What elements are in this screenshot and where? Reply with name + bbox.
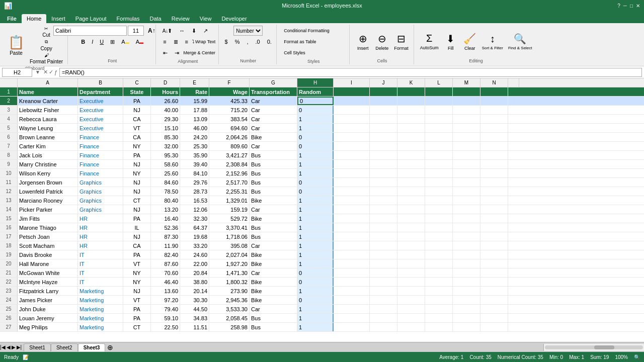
cell-transport[interactable]: Bike	[250, 133, 297, 141]
cell-l[interactable]	[425, 287, 453, 295]
cell-name[interactable]: John Duke	[18, 305, 78, 313]
cell-l[interactable]	[425, 278, 453, 286]
cell-rate[interactable]: 35.90	[180, 151, 209, 159]
cell-random[interactable]: 1	[297, 160, 334, 168]
cell-rate[interactable]: 25.30	[180, 142, 209, 150]
cell-hours[interactable]: 59.10	[151, 314, 180, 322]
cell-hours[interactable]: 80.40	[151, 196, 180, 205]
cell-wage[interactable]: 3,533.30	[209, 305, 250, 313]
cell-dept[interactable]: Marketing	[78, 314, 123, 322]
cell-dept[interactable]: Finance	[78, 160, 123, 168]
cell-dept[interactable]: Finance	[78, 133, 123, 141]
cell-name[interactable]: Marry Christine	[18, 160, 78, 168]
col-header-a[interactable]: A	[18, 78, 78, 87]
cell-l[interactable]	[425, 169, 453, 177]
cell-n[interactable]	[480, 178, 508, 187]
col-header-c[interactable]: C	[123, 78, 151, 87]
cell-j[interactable]	[370, 241, 397, 250]
cell-dept[interactable]: IT	[78, 268, 123, 277]
cell-n[interactable]	[480, 268, 508, 277]
cell-hours[interactable]: 40.00	[151, 106, 180, 114]
col-header-p[interactable]	[508, 78, 519, 87]
cell-j[interactable]	[370, 287, 397, 295]
cell-m[interactable]	[453, 142, 480, 150]
cell-m[interactable]	[453, 115, 480, 123]
insert-button[interactable]: ⊕ Insert	[354, 32, 372, 52]
cell-wage[interactable]: 3,370.41	[209, 223, 250, 232]
cell-k[interactable]	[397, 196, 425, 205]
cell-hours[interactable]: 32.00	[151, 142, 180, 150]
cell-random[interactable]: 1	[297, 151, 334, 159]
cell-n[interactable]	[480, 97, 508, 105]
cell-i[interactable]	[334, 160, 370, 168]
cell-rate[interactable]: 84.10	[180, 169, 209, 177]
cell-hours[interactable]: 95.30	[151, 151, 180, 159]
cell-j[interactable]	[370, 97, 397, 105]
cell-name[interactable]: Wayne Leung	[18, 124, 78, 132]
cell-random[interactable]: 0	[297, 278, 334, 286]
header-i[interactable]	[334, 87, 370, 96]
cell-n[interactable]	[480, 314, 508, 322]
font-grow-button[interactable]: A↑	[145, 26, 158, 36]
cell-transport[interactable]: Bike	[250, 287, 297, 295]
cell-n[interactable]	[480, 214, 508, 223]
cell-k[interactable]	[397, 259, 425, 268]
cell-i[interactable]	[334, 250, 370, 259]
cell-dept[interactable]: Graphics	[78, 178, 123, 187]
cell-m[interactable]	[453, 187, 480, 196]
cell-k[interactable]	[397, 106, 425, 114]
cell-state[interactable]: PA	[123, 305, 151, 313]
cell-l[interactable]	[425, 214, 453, 223]
cell-wage[interactable]: 3,421.27	[209, 151, 250, 159]
sheet-tab-3[interactable]: Sheet3	[78, 343, 106, 351]
cell-state[interactable]: NY	[123, 169, 151, 177]
cell-n[interactable]	[480, 151, 508, 159]
cell-hours[interactable]: 13.20	[151, 205, 180, 214]
decimal-increase-button[interactable]: 0.	[264, 37, 275, 47]
cell-rate[interactable]: 38.80	[180, 278, 209, 286]
cell-l[interactable]	[425, 115, 453, 123]
cell-state[interactable]: NY	[123, 142, 151, 150]
cell-transport[interactable]: Bike	[250, 278, 297, 286]
cell-hours[interactable]: 78.50	[151, 187, 180, 196]
cell-i[interactable]	[334, 205, 370, 214]
align-right-button[interactable]: ≡	[182, 37, 191, 47]
cell-k[interactable]	[397, 178, 425, 187]
cell-hours[interactable]: 84.60	[151, 178, 180, 187]
insert-function-icon[interactable]: ƒ	[54, 69, 57, 75]
cell-name[interactable]: Marciano Rooney	[18, 196, 78, 205]
wrap-text-button[interactable]: ⤵ Wrap Text	[192, 39, 215, 44]
cell-j[interactable]	[370, 187, 397, 196]
cell-transport[interactable]: Bus	[250, 232, 297, 241]
cell-name[interactable]: Louan Jeremy	[18, 314, 78, 322]
cell-wage[interactable]: 1,718.06	[209, 232, 250, 241]
col-header-n[interactable]: N	[480, 78, 508, 87]
cell-m[interactable]	[453, 296, 480, 304]
align-top-button[interactable]: ⬆	[165, 26, 175, 36]
cell-m[interactable]	[453, 169, 480, 177]
cell-l[interactable]	[425, 268, 453, 277]
cell-transport[interactable]: Car	[250, 124, 297, 132]
font-name-input[interactable]	[53, 26, 127, 36]
cell-j[interactable]	[370, 124, 397, 132]
cell-m[interactable]	[453, 205, 480, 214]
cell-name[interactable]: Davis Brooke	[18, 250, 78, 259]
cell-dept[interactable]: Marketing	[78, 287, 123, 295]
cell-rate[interactable]: 33.20	[180, 241, 209, 250]
cell-i[interactable]	[334, 97, 370, 105]
cell-random[interactable]: 0	[297, 106, 334, 114]
cell-m[interactable]	[453, 124, 480, 132]
cell-transport[interactable]: Car	[250, 97, 297, 105]
cell-j[interactable]	[370, 305, 397, 313]
cell-dept[interactable]: Graphics	[78, 187, 123, 196]
cell-transport[interactable]: Car	[250, 305, 297, 313]
font-color-button[interactable]: A▬	[133, 37, 146, 47]
header-rate[interactable]: Rate	[180, 87, 209, 96]
header-m[interactable]	[453, 87, 480, 96]
cell-state[interactable]: NJ	[123, 232, 151, 241]
cell-j[interactable]	[370, 142, 397, 150]
sheet-nav-next[interactable]: ▶	[12, 344, 16, 350]
cell-n[interactable]	[480, 187, 508, 196]
cell-transport[interactable]: Bus	[250, 323, 297, 331]
cell-rate[interactable]: 24.60	[180, 250, 209, 259]
